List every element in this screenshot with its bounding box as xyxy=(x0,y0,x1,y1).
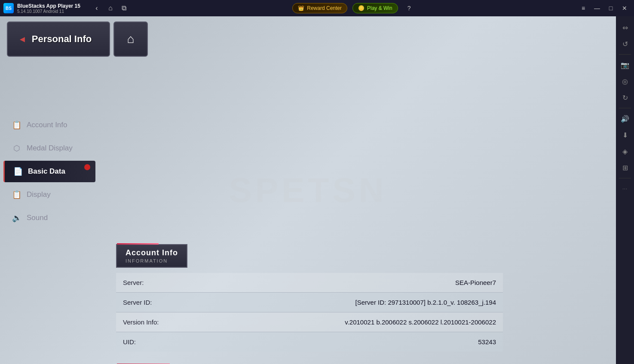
sidebar-item-medal-label: Medal Display xyxy=(27,144,73,153)
account-info-header-box: Account Info INFORMATION xyxy=(116,244,187,268)
sidebar-item-account-info[interactable]: 📋 Account Info xyxy=(3,114,95,136)
nav-back-button[interactable]: ‹ xyxy=(91,2,103,14)
sidebar-item-basic-data[interactable]: 📄 Basic Data xyxy=(3,161,95,182)
app-title: BlueStacks App Player 15 xyxy=(17,3,80,9)
account-info-subtitle: INFORMATION xyxy=(126,258,178,263)
background-watermark: SPETSN xyxy=(229,171,387,210)
help-button[interactable]: ? xyxy=(403,2,415,14)
sidebar-more-button[interactable]: ··· xyxy=(617,181,633,196)
section-accent-top xyxy=(117,243,159,245)
game-sidebar: 📋 Account Info ⬡ Medal Display 📄 Basic D… xyxy=(0,107,99,236)
sound-icon: 🔈 xyxy=(12,213,21,223)
sidebar-item-display[interactable]: 📋 Display xyxy=(3,184,95,205)
reward-center-button[interactable]: 👑 Reward Center xyxy=(292,3,347,13)
crown-icon: 👑 xyxy=(298,5,304,11)
home-button[interactable]: ⌂ xyxy=(113,21,148,57)
sidebar-location-button[interactable]: ◈ xyxy=(617,144,633,159)
sidebar-expand-button[interactable]: ⇔ xyxy=(617,20,633,35)
table-row: Server ID: [Server ID: 2971310007] b.2.1… xyxy=(116,293,503,312)
sidebar-screenshot-button[interactable]: 📷 xyxy=(617,57,633,73)
main-layout: SPETSN ◄ Personal Info ⌂ 📋 Account Info … xyxy=(0,16,634,364)
titlebar-window-controls: ≡ — □ ✕ xyxy=(577,2,631,14)
server-label: Server: xyxy=(116,273,193,293)
maximize-button[interactable]: □ xyxy=(605,2,617,14)
medal-icon: ⬡ xyxy=(12,144,21,153)
home-icon: ⌂ xyxy=(127,32,135,46)
nav-home-button[interactable]: ⌂ xyxy=(104,2,116,14)
server-id-label: Server ID: xyxy=(116,293,193,312)
nav-tabs-button[interactable]: ⧉ xyxy=(118,2,130,14)
sidebar-download-button[interactable]: ⬇ xyxy=(617,127,633,143)
titlebar-nav: ‹ ⌂ ⧉ xyxy=(91,2,130,14)
display-icon: 📋 xyxy=(12,190,21,199)
sidebar-camera-button[interactable]: ◎ xyxy=(617,73,633,89)
app-logo: BS xyxy=(3,3,14,13)
sidebar-item-basic-data-label: Basic Data xyxy=(28,167,65,176)
titlebar-left: BS BlueStacks App Player 15 5.14.10.1007… xyxy=(3,2,130,14)
account-info-icon: 📋 xyxy=(12,120,21,130)
minimize-button[interactable]: — xyxy=(591,2,603,14)
right-sidebar: ⇔ ↺ 📷 ◎ ↻ 🔊 ⬇ ◈ ⊞ ··· xyxy=(616,16,634,364)
sidebar-item-sound[interactable]: 🔈 Sound xyxy=(3,207,95,229)
personal-info-label: Personal Info xyxy=(32,34,92,45)
close-button[interactable]: ✕ xyxy=(619,2,631,14)
sidebar-divider-2 xyxy=(619,108,631,108)
back-arrow-icon: ◄ xyxy=(18,34,27,44)
sidebar-item-sound-label: Sound xyxy=(27,214,48,222)
server-id-value: [Server ID: 2971310007] b.2.1.0_v. 10826… xyxy=(193,293,503,312)
game-topbar: ◄ Personal Info ⌂ xyxy=(0,16,616,62)
server-value: SEA-Pioneer7 xyxy=(193,273,503,293)
account-info-table: Server: SEA-Pioneer7 Server ID: [Server … xyxy=(116,273,503,352)
sidebar-item-display-label: Display xyxy=(27,190,51,199)
content-area: SPETSN ◄ Personal Info ⌂ 📋 Account Info … xyxy=(0,16,616,364)
sidebar-refresh-button[interactable]: ↻ xyxy=(617,90,633,105)
app-version: 5.14.10.1007 Android 11 xyxy=(17,9,80,14)
table-row: Version Info: v.2010021 b.2006022 s.2006… xyxy=(116,312,503,332)
sidebar-volume-button[interactable]: 🔊 xyxy=(617,111,633,126)
reward-center-label: Reward Center xyxy=(307,5,342,11)
titlebar-app-info: BlueStacks App Player 15 5.14.10.1007 An… xyxy=(17,3,80,14)
coin-icon: 🪙 xyxy=(358,5,364,11)
basic-data-badge xyxy=(84,164,90,170)
table-row: UID: 53243 xyxy=(116,332,503,352)
account-info-section-header: Account Info INFORMATION xyxy=(116,244,187,268)
sidebar-divider-3 xyxy=(619,178,631,178)
play-win-label: Play & Win xyxy=(367,5,392,11)
version-info-value: v.2010021 b.2006022 s.2006022 l.2010021-… xyxy=(193,312,503,332)
personal-info-button[interactable]: ◄ Personal Info xyxy=(7,21,110,57)
titlebar: BS BlueStacks App Player 15 5.14.10.1007… xyxy=(0,0,634,16)
sidebar-divider-1 xyxy=(619,54,631,55)
account-info-title: Account Info xyxy=(126,248,178,257)
main-content: Account Info INFORMATION Server: SEA-Pio… xyxy=(103,236,634,364)
sidebar-rotate-button[interactable]: ↺ xyxy=(617,36,633,52)
sidebar-item-medal-display[interactable]: ⬡ Medal Display xyxy=(3,138,95,159)
menu-button[interactable]: ≡ xyxy=(577,2,589,14)
basic-data-icon: 📄 xyxy=(13,167,23,176)
table-row: Server: SEA-Pioneer7 xyxy=(116,273,503,293)
play-win-button[interactable]: 🪙 Play & Win xyxy=(352,3,398,13)
version-info-label: Version Info: xyxy=(116,312,193,332)
uid-value: 53243 xyxy=(193,332,503,352)
uid-label: UID: xyxy=(116,332,193,352)
titlebar-center: 👑 Reward Center 🪙 Play & Win ? xyxy=(292,2,415,14)
sidebar-gamepad-button[interactable]: ⊞ xyxy=(617,160,633,175)
sidebar-item-account-info-label: Account Info xyxy=(27,121,67,129)
